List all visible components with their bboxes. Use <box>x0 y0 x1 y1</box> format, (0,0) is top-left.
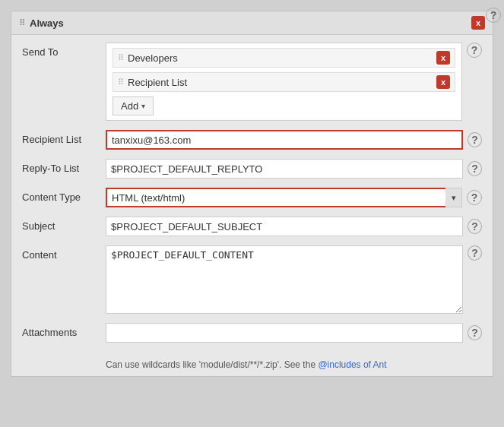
add-dropdown-arrow-icon: ▾ <box>141 102 145 110</box>
subject-row: Subject ? <box>22 217 482 236</box>
content-type-dropdown-button[interactable]: ▾ <box>445 188 462 207</box>
subject-input[interactable] <box>106 217 463 236</box>
send-to-control: ⠿ Developers x ⠿ Recipient List x <box>106 43 482 121</box>
content-type-select-wrap: ▾ <box>106 188 462 207</box>
attachments-control: ? <box>106 323 482 343</box>
send-to-row: Send To ⠿ Developers x <box>22 43 482 121</box>
reply-to-label: Reply-To List <box>22 159 106 174</box>
subject-help-button[interactable]: ? <box>468 219 482 234</box>
panel-title: ⠿ Always <box>19 17 64 29</box>
drag-dots-icon: ⠿ <box>118 53 123 63</box>
recipient-list-row: Recipient List ? <box>22 130 482 150</box>
attachments-input[interactable] <box>106 323 463 343</box>
panel-title-text: Always <box>30 17 64 29</box>
recipient-list-help-button[interactable]: ? <box>468 132 482 147</box>
remove-recipient-list-button[interactable]: x <box>436 75 450 89</box>
content-type-control: ▾ ? <box>106 188 482 207</box>
drag-handle-icon: ⠿ <box>19 18 25 28</box>
list-item: ⠿ Recipient List x <box>113 72 455 92</box>
content-label: Content <box>22 245 106 261</box>
recipient-name-developers: Developers <box>128 52 178 64</box>
recipient-list-label: Recipient List <box>22 130 106 145</box>
always-panel: ⠿ Always x Send To ⠿ Developers <box>11 11 493 377</box>
panel-body: Send To ⠿ Developers x <box>11 35 493 359</box>
add-label: Add <box>121 100 138 112</box>
recipient-list-input[interactable] <box>106 130 463 150</box>
recipient-name-list: Recipient List <box>128 77 187 88</box>
reply-to-input[interactable] <box>106 159 463 179</box>
subject-label: Subject <box>22 217 106 232</box>
recipient-list-control: ? <box>106 130 482 150</box>
dropdown-arrow-icon: ▾ <box>452 193 456 203</box>
reply-to-control: ? <box>106 159 482 179</box>
content-row: Content $PROJECT_DEFAULT_CONTENT ? <box>22 245 482 314</box>
attachments-row: Attachments ? <box>22 323 482 343</box>
content-control: $PROJECT_DEFAULT_CONTENT ? <box>106 245 482 314</box>
attachments-help-button[interactable]: ? <box>468 325 482 340</box>
send-to-box: ⠿ Developers x ⠿ Recipient List x <box>106 43 462 121</box>
content-textarea[interactable]: $PROJECT_DEFAULT_CONTENT <box>106 245 463 314</box>
ant-includes-link[interactable]: @includes of Ant <box>318 359 386 370</box>
send-to-help-button[interactable]: ? <box>467 43 482 58</box>
subject-control: ? <box>106 217 482 236</box>
content-help-button[interactable]: ? <box>468 245 482 261</box>
footer-text: Can use wildcards like 'module/dist/**/*… <box>11 359 493 376</box>
panel-header: ⠿ Always x <box>11 11 493 35</box>
content-type-input[interactable] <box>106 188 445 207</box>
content-type-row: Content Type ▾ ? <box>22 188 482 207</box>
send-to-label: Send To <box>22 43 106 58</box>
list-item: ⠿ Developers x <box>113 48 455 68</box>
reply-to-row: Reply-To List ? <box>22 159 482 179</box>
content-type-label: Content Type <box>22 188 106 203</box>
attachments-label: Attachments <box>22 323 106 338</box>
global-help-button[interactable]: ? <box>486 8 501 23</box>
reply-to-help-button[interactable]: ? <box>468 161 482 176</box>
content-type-help-button[interactable]: ? <box>467 190 482 205</box>
drag-dots-icon: ⠿ <box>118 77 123 87</box>
add-recipient-button[interactable]: Add ▾ <box>113 96 154 115</box>
remove-developers-button[interactable]: x <box>436 51 450 65</box>
panel-close-button[interactable]: x <box>471 16 485 30</box>
